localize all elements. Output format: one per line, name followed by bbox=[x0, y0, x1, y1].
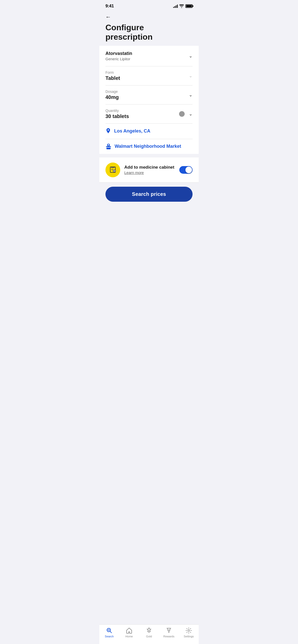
content-card: Atorvastatin Generic Lipitor ⌄ Form Tabl… bbox=[99, 46, 199, 154]
battery-icon bbox=[185, 4, 193, 8]
status-icons bbox=[173, 4, 193, 8]
svg-rect-3 bbox=[111, 169, 113, 169]
section-gap bbox=[99, 154, 199, 157]
status-bar: 9:41 bbox=[99, 0, 199, 10]
dosage-value: 40mg bbox=[105, 94, 189, 100]
medicine-cabinet-toggle[interactable] bbox=[179, 166, 193, 174]
quantity-chevron-icon: ⌄ bbox=[189, 111, 193, 117]
search-section: Search prices bbox=[99, 183, 199, 208]
back-button[interactable]: ← bbox=[105, 12, 111, 22]
svg-rect-1 bbox=[111, 167, 115, 168]
search-prices-button[interactable]: Search prices bbox=[105, 187, 193, 202]
signal-icon bbox=[173, 4, 178, 8]
learn-more-link[interactable]: Learn more bbox=[124, 170, 144, 175]
pharmacy-text: Walmart Neighborhood Market bbox=[115, 144, 181, 149]
back-arrow-icon: ← bbox=[105, 14, 111, 20]
location-pin-icon bbox=[105, 128, 111, 134]
quantity-field-row[interactable]: Quantity 30 tablets ⌄ bbox=[99, 105, 199, 123]
page-title: Configure prescription bbox=[105, 23, 193, 42]
form-field-row[interactable]: Form Tablet ⌄ bbox=[99, 66, 199, 85]
location-text: Los Angeles, CA bbox=[114, 128, 150, 134]
medicine-cabinet-text: Add to medicine cabinet Learn more bbox=[124, 165, 175, 175]
form-value: Tablet bbox=[105, 75, 189, 81]
form-chevron-icon: ⌄ bbox=[189, 73, 193, 79]
pharmacy-icon bbox=[105, 144, 112, 149]
status-time: 9:41 bbox=[105, 4, 114, 9]
medicine-cabinet-section: Add to medicine cabinet Learn more bbox=[99, 157, 199, 182]
dosage-chevron-icon: ⌄ bbox=[189, 92, 193, 98]
dosage-field-info: Dosage 40mg bbox=[105, 90, 189, 100]
dosage-label: Dosage bbox=[105, 90, 189, 94]
header: ← Configure prescription bbox=[99, 10, 199, 46]
drug-subtitle: Generic Lipitor bbox=[105, 57, 132, 61]
quantity-field-info: Quantity 30 tablets bbox=[105, 109, 164, 119]
medicine-cabinet-icon-wrapper bbox=[105, 163, 120, 177]
medicine-cabinet-title: Add to medicine cabinet bbox=[124, 165, 175, 170]
drug-name: Atorvastatin bbox=[105, 51, 132, 56]
drug-info: Atorvastatin Generic Lipitor bbox=[105, 51, 132, 61]
dosage-field-row[interactable]: Dosage 40mg ⌄ bbox=[99, 85, 199, 104]
location-row[interactable]: Los Angeles, CA bbox=[99, 124, 199, 139]
quantity-label: Quantity bbox=[105, 109, 164, 113]
form-label: Form bbox=[105, 70, 189, 75]
wifi-icon bbox=[179, 4, 184, 8]
pharmacy-row[interactable]: Walmart Neighborhood Market bbox=[99, 139, 199, 154]
toggle-knob bbox=[185, 167, 192, 173]
quantity-value: 30 tablets bbox=[105, 113, 164, 119]
form-field-info: Form Tablet bbox=[105, 70, 189, 81]
medicine-cabinet-icon bbox=[109, 166, 117, 174]
drug-selector-row[interactable]: Atorvastatin Generic Lipitor ⌄ bbox=[99, 46, 199, 66]
svg-rect-4 bbox=[111, 170, 113, 170]
chevron-down-icon: ⌄ bbox=[189, 53, 193, 59]
quantity-dot-indicator bbox=[179, 111, 185, 117]
